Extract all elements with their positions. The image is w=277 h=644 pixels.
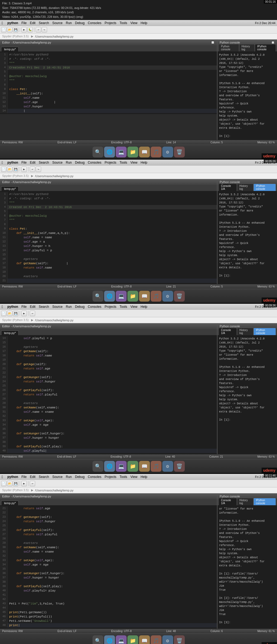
console-tab-history-3[interactable]: History log — [237, 328, 253, 335]
help-menu-2[interactable]: Help — [141, 161, 147, 164]
dock-browser-4[interactable]: 🌐 — [104, 635, 115, 644]
toolbar-btn-run-2[interactable]: ▶ — [21, 167, 27, 172]
run-menu[interactable]: Run — [66, 21, 72, 25]
toolbar-btn-run[interactable]: ▶ — [21, 27, 27, 32]
app-menu-python-3[interactable]: python — [7, 305, 18, 309]
debug-menu-4[interactable]: Debug — [75, 475, 84, 479]
dock-settings[interactable]: ⚙️ — [162, 147, 173, 157]
tools-menu-4[interactable]: Tools — [120, 475, 127, 479]
source-menu-3[interactable]: Source — [52, 305, 62, 309]
file-menu-2[interactable]: File — [21, 161, 27, 164]
projects-menu-3[interactable]: Projects — [105, 305, 116, 309]
console-tab-ipython-4[interactable]: IPython console — [253, 498, 276, 505]
dock-browser-3[interactable]: 🌐 — [104, 461, 115, 472]
dock-kindle-3[interactable]: 📖 — [139, 461, 150, 472]
console-tab-history-1[interactable]: History log — [239, 44, 255, 51]
search-menu-3[interactable]: Search — [39, 305, 49, 309]
edit-menu-3[interactable]: Edit — [30, 305, 35, 309]
dock-terminal[interactable]: 💻 — [116, 147, 127, 157]
toolbar-btn-new[interactable]: 📄 — [1, 27, 6, 32]
toolbar-btn-new-4[interactable]: 📄 — [1, 481, 6, 486]
dock-trash-4[interactable]: 🗑️ — [174, 635, 185, 644]
run-menu-4[interactable]: Run — [66, 475, 72, 479]
toolbar-btn-debug[interactable]: 🐛 — [27, 27, 33, 32]
toolbar-btn-redo-2[interactable]: ↪ — [36, 167, 41, 172]
dock-kindle[interactable]: 📖 — [139, 147, 150, 157]
dock-terminal-3[interactable]: 💻 — [116, 461, 127, 472]
console-tab-ipython-3[interactable]: IPython console — [253, 328, 276, 335]
debug-menu-3[interactable]: Debug — [75, 305, 84, 309]
dock-settings-2[interactable]: ⚙️ — [162, 291, 173, 302]
apple-menu-4[interactable]:  — [2, 475, 3, 479]
help-menu[interactable]: Help — [141, 21, 147, 25]
toolbar-btn-undo[interactable]: ↩ — [36, 27, 41, 32]
dock-music-2[interactable]: 🎵 — [151, 291, 161, 302]
editor-tab-temp-4[interactable]: temp.py* — [1, 501, 19, 505]
dock-finder-3[interactable]: 🔍 — [93, 461, 103, 472]
toolbar-btn-open-2[interactable]: 📂 — [7, 167, 12, 172]
editor-tab-temp-1[interactable]: temp.py* — [1, 47, 19, 51]
projects-menu[interactable]: Projects — [105, 21, 116, 25]
dock-finder-2[interactable]: 🔍 — [93, 291, 103, 302]
dock-music-3[interactable]: 🎵 — [151, 461, 161, 472]
toolbar-btn-save-4[interactable]: 💾 — [13, 481, 18, 486]
view-menu-2[interactable]: View — [130, 161, 137, 164]
toolbar-btn-undo-4[interactable]: ↩ — [30, 481, 35, 486]
file-menu[interactable]: File — [21, 21, 27, 25]
file-menu-4[interactable]: File — [21, 475, 27, 479]
toolbar-btn-undo-2[interactable]: ↩ — [30, 167, 35, 172]
console-tab-1a-3[interactable]: Console 1/A — [219, 328, 237, 335]
app-menu-python-4[interactable]: python — [7, 475, 18, 479]
debug-menu[interactable]: Debug — [75, 21, 84, 25]
projects-menu-2[interactable]: Projects — [105, 161, 116, 164]
run-menu-3[interactable]: Run — [66, 305, 72, 309]
consoles-menu-2[interactable]: Consoles — [88, 161, 101, 164]
apple-menu-2[interactable]:  — [2, 160, 3, 165]
dock-settings-3[interactable]: ⚙️ — [162, 461, 173, 472]
toolbar-btn-save[interactable]: 💾 — [13, 27, 18, 32]
dock-files-2[interactable]: 📁 — [127, 291, 138, 302]
apple-menu-3[interactable]:  — [2, 305, 3, 309]
code-editor-3[interactable]: 14 self.playful = p 15 16 #getters 17 de… — [0, 335, 217, 454]
dock-kindle-4[interactable]: 📖 — [139, 635, 150, 644]
dock-terminal-4[interactable]: 💻 — [116, 635, 127, 644]
help-menu-4[interactable]: Help — [141, 475, 147, 479]
console-tab-history-2[interactable]: History log — [237, 184, 253, 191]
file-menu-3[interactable]: File — [21, 305, 27, 309]
source-menu-4[interactable]: Source — [52, 475, 62, 479]
debug-menu-2[interactable]: Debug — [75, 161, 84, 164]
editor-tab-temp-3[interactable]: temp.py* — [1, 331, 19, 335]
search-menu-2[interactable]: Search — [39, 161, 49, 164]
console-tab-1a-2[interactable]: Console 1/A — [219, 184, 237, 191]
dock-music-4[interactable]: 🎵 — [151, 635, 161, 644]
toolbar-btn-redo[interactable]: ↪ — [42, 27, 47, 32]
tools-menu[interactable]: Tools — [120, 21, 127, 25]
toolbar-btn-open-3[interactable]: 📂 — [7, 311, 12, 316]
tools-menu-3[interactable]: Tools — [120, 305, 127, 309]
help-menu-3[interactable]: Help — [141, 305, 147, 309]
run-menu-2[interactable]: Run — [66, 161, 72, 164]
code-editor-4[interactable]: 21 return self.age 22 23 def getHunger(s… — [0, 505, 217, 629]
toolbar-btn-open[interactable]: 📂 — [7, 27, 12, 32]
edit-menu[interactable]: Edit — [30, 21, 35, 25]
dock-finder-4[interactable]: 🔍 — [93, 635, 103, 644]
consoles-menu-3[interactable]: Consoles — [88, 305, 101, 309]
view-menu[interactable]: View — [130, 21, 137, 25]
dock-terminal-2[interactable]: 💻 — [116, 291, 127, 302]
edit-menu-2[interactable]: Edit — [30, 161, 35, 164]
search-menu[interactable]: Search — [39, 21, 49, 25]
dock-trash[interactable]: 🗑️ — [174, 147, 185, 157]
projects-menu-4[interactable]: Projects — [105, 475, 116, 479]
console-tab-1a-4[interactable]: Console 1/A — [219, 498, 237, 505]
dock-settings-4[interactable]: ⚙️ — [162, 635, 173, 644]
view-menu-3[interactable]: View — [130, 305, 137, 309]
search-menu-4[interactable]: Search — [39, 475, 49, 479]
dock-browser-2[interactable]: 🌐 — [104, 291, 115, 302]
dock-kindle-2[interactable]: 📖 — [139, 291, 150, 302]
editor-tab-temp-2[interactable]: temp.py* — [1, 186, 19, 191]
dock-finder[interactable]: 🔍 — [93, 147, 103, 157]
toolbar-btn-undo-3[interactable]: ↩ — [30, 311, 35, 316]
console-tab-python-1[interactable]: Python console — [219, 44, 239, 51]
dock-files[interactable]: 📁 — [127, 147, 138, 157]
apple-menu[interactable]:  — [2, 21, 3, 25]
